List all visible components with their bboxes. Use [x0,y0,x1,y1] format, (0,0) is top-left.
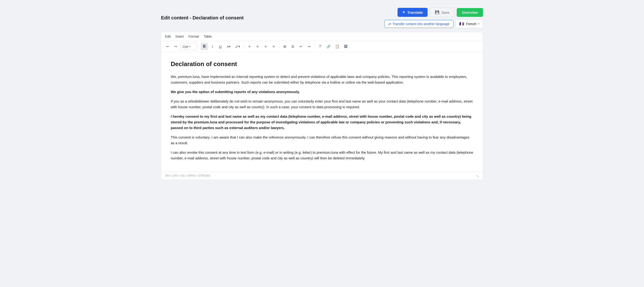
editor-container: Edit Insert Format Table ↩ ↪ 21pt ▾ B I … [161,32,483,180]
content-heading: Declaration of consent [171,59,473,69]
image-button[interactable]: 🖼 [342,43,349,50]
align-left-button[interactable]: ≡ [246,43,253,50]
justify-button[interactable]: ≡ [270,43,277,50]
content-paragraph-4: I hereby consent to my first and last na… [171,114,473,131]
content-paragraph-6: I can also revoke this consent at any ti… [171,150,473,161]
breadcrumb: DIV » DIV » H3 » SPAN » STRONG [165,174,210,178]
bullet-list-button[interactable]: ⊞ [281,43,288,50]
content-paragraph-5: This consent is voluntary. I am aware th… [171,134,473,146]
transfer-icon: ⇄ [388,22,391,26]
save-button[interactable]: 💾 Save [430,8,454,17]
menu-bar: Edit Insert Format Table [161,32,483,41]
separator [314,44,315,49]
bold-button[interactable]: B [201,43,208,50]
transfer-language-button[interactable]: ⇄ Transfer content into another language [384,20,454,28]
page-title: Edit content - Declaration of consent [161,15,244,20]
content-paragraph-2: We give you the option of submitting rep… [171,89,473,95]
menu-insert[interactable]: Insert [176,34,184,38]
link-button[interactable]: 🔗 [324,43,332,50]
top-actions-row1: ✦ Translate 💾 Save Overview [398,8,483,17]
undo-button[interactable]: ↩ [164,43,171,50]
clear-format-button[interactable]: T [316,43,324,50]
menu-edit[interactable]: Edit [165,34,171,38]
text-color-button[interactable]: A▾ [225,43,232,50]
save-icon: 💾 [435,10,440,14]
editor-content[interactable]: Declaration of consent We, premium.luna,… [161,52,483,172]
top-bar: Edit content - Declaration of consent ✦ … [161,5,483,32]
underline-button[interactable]: U [217,43,224,50]
indent-decrease-button[interactable]: ⇐ [298,43,304,50]
menu-table[interactable]: Table [204,34,212,38]
flag-icon: 🇫🇷 [459,22,464,26]
menu-format[interactable]: Format [188,34,199,38]
overview-button[interactable]: Overview [457,8,483,17]
numbered-list-button[interactable]: ⊟ [289,43,296,50]
redo-button[interactable]: ↪ [172,43,179,50]
separator [199,44,199,49]
align-center-button[interactable]: ≡ [254,43,261,50]
font-size-selector[interactable]: 21pt ▾ [180,43,197,50]
separator [244,44,244,49]
page-container: Edit content - Declaration of consent ✦ … [161,5,483,180]
translate-icon: ✦ [402,10,405,14]
highlight-button[interactable]: 🖊▾ [234,43,242,50]
align-right-button[interactable]: ≡ [262,43,269,50]
indent-increase-button[interactable]: ⇒ [306,43,312,50]
translate-button[interactable]: ✦ Translate [398,8,428,17]
formatting-toolbar: ↩ ↪ 21pt ▾ B I U A▾ 🖊▾ ≡ ≡ ≡ ≡ ⊞ ⊟ ⇐ ⇒ T… [161,41,483,52]
top-actions-row2: ⇄ Transfer content into another language… [384,20,483,28]
chevron-down-icon: ▾ [478,22,480,25]
italic-button[interactable]: I [209,43,216,50]
editor-footer: DIV » DIV » H3 » SPAN » STRONG ⤡ [161,172,483,180]
clipboard-button[interactable]: 📋 [333,43,341,50]
language-selector[interactable]: 🇫🇷 French ▾ [456,20,483,28]
content-paragraph-3: If you as a whistleblower deliberately d… [171,98,473,110]
separator [279,44,280,49]
resize-handle[interactable]: ⤡ [476,174,479,178]
top-actions: ✦ Translate 💾 Save Overview ⇄ Transfer c… [384,8,483,28]
content-paragraph-1: We, premium.luna, have implemented an in… [171,74,473,85]
font-size-chevron-icon: ▾ [189,45,190,48]
